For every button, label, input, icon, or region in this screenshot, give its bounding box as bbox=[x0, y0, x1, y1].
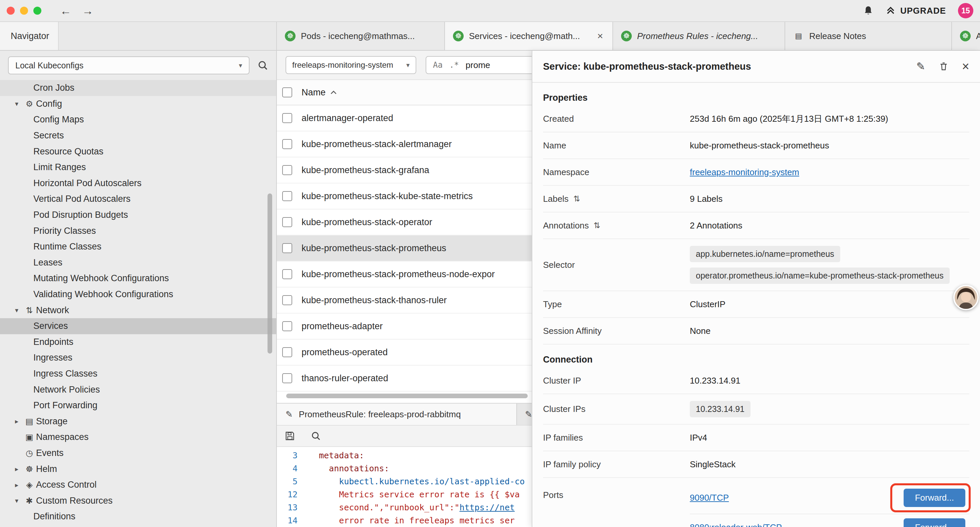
row-checkbox[interactable] bbox=[282, 165, 292, 175]
row-checkbox[interactable] bbox=[282, 113, 292, 123]
sidebar-item-config[interactable]: ▾ ⚙ Config bbox=[0, 96, 276, 112]
sidebar-scrollbar[interactable] bbox=[267, 193, 272, 353]
sidebar-item-resource-quotas[interactable]: Resource Quotas bbox=[0, 143, 276, 159]
namespace-link[interactable]: freeleaps-monitoring-system bbox=[690, 167, 799, 177]
editor-search-icon[interactable] bbox=[311, 431, 321, 441]
user-avatar[interactable] bbox=[953, 285, 978, 310]
row-checkbox[interactable] bbox=[282, 347, 292, 357]
sidebar-item-cron-jobs[interactable]: Cron Jobs bbox=[0, 80, 276, 96]
sidebar-item-port-forwarding[interactable]: Port Forwarding bbox=[0, 398, 276, 414]
tab-label: Argo S bbox=[976, 31, 980, 41]
row-checkbox[interactable] bbox=[282, 373, 292, 383]
sidebar-item-runtime-classes[interactable]: Runtime Classes bbox=[0, 239, 276, 255]
sidebar-item-helm[interactable]: ▸ ☸ Helm bbox=[0, 461, 276, 477]
sidebar-item-access-control[interactable]: ▸ ◈ Access Control bbox=[0, 477, 276, 493]
sidebar-item-label: Storage bbox=[36, 416, 68, 427]
row-checkbox[interactable] bbox=[282, 191, 292, 201]
sidebar-item-endpoints[interactable]: Endpoints bbox=[0, 334, 276, 350]
document-icon: ▤ bbox=[793, 31, 804, 41]
delete-trash-icon[interactable] bbox=[939, 61, 949, 72]
chevron-icon: ▾ bbox=[11, 497, 23, 505]
sidebar-item-vertical-pod-autoscalers[interactable]: Vertical Pod Autoscalers bbox=[0, 191, 276, 207]
sidebar-item-label: Events bbox=[36, 448, 64, 458]
close-tab-icon[interactable]: × bbox=[596, 30, 605, 42]
sidebar-item-label: Helm bbox=[36, 464, 57, 474]
regex-toggle[interactable]: .* bbox=[449, 61, 459, 70]
tab-prometheus-rules-icecheng[interactable]: ☸ Prometheus Rules - icecheng... × bbox=[613, 22, 785, 50]
bell-icon[interactable] bbox=[863, 5, 873, 16]
minimize-window-button[interactable] bbox=[20, 7, 28, 15]
chevron-icon: ▸ bbox=[11, 417, 23, 425]
sidebar-item-secrets[interactable]: Secrets bbox=[0, 128, 276, 144]
expand-toggle-icon[interactable]: ⇅ bbox=[593, 221, 600, 230]
edit-pencil-icon: ✎ bbox=[286, 409, 293, 420]
upgrade-button[interactable]: UPGRADE bbox=[886, 6, 946, 16]
tab-release-notes[interactable]: ▤ Release Notes × bbox=[785, 22, 952, 50]
tab-services-icecheng-math[interactable]: ☸ Services - icecheng@math... × bbox=[445, 22, 613, 50]
expand-toggle-icon[interactable]: ⇅ bbox=[573, 194, 580, 204]
sidebar-item-priority-classes[interactable]: Priority Classes bbox=[0, 223, 276, 239]
property-label: IP families bbox=[543, 433, 690, 443]
port-link[interactable]: 8080:reloader-web/TCP bbox=[690, 522, 782, 527]
sidebar-item-mutating-webhook-configurations[interactable]: Mutating Webhook Configurations bbox=[0, 271, 276, 287]
maximize-window-button[interactable] bbox=[33, 7, 41, 15]
select-all-checkbox[interactable] bbox=[282, 88, 292, 97]
name-column-header[interactable]: Name bbox=[302, 88, 337, 98]
property-row-session-affinity: Session Affinity None bbox=[543, 318, 969, 345]
port-forward-button[interactable]: Forward... bbox=[904, 518, 965, 527]
property-row-type: Type ClusterIP bbox=[543, 291, 969, 318]
kubernetes-icon: ☸ bbox=[960, 31, 970, 41]
service-name: prometheus-adapter bbox=[302, 321, 383, 331]
back-button[interactable]: ← bbox=[60, 4, 72, 18]
sidebar-item-label: Horizontal Pod Autoscalers bbox=[33, 178, 142, 188]
close-panel-icon[interactable]: × bbox=[962, 59, 969, 74]
row-checkbox[interactable] bbox=[282, 295, 292, 305]
row-checkbox[interactable] bbox=[282, 321, 292, 331]
sidebar-item-label: Ingress Classes bbox=[33, 369, 97, 379]
navigator-tab[interactable]: Navigator bbox=[0, 22, 59, 50]
sidebar-item-definitions[interactable]: Definitions bbox=[0, 509, 276, 525]
sidebar-item-config-maps[interactable]: Config Maps bbox=[0, 112, 276, 128]
notification-count-badge[interactable]: 15 bbox=[958, 3, 973, 18]
code-text: kubectl.kubernetes.io/last-applied-co bbox=[319, 477, 525, 486]
horizontal-scrollbar[interactable] bbox=[286, 393, 528, 398]
dock-tab-prometheusrule[interactable]: ✎ PrometheusRule: freeleaps-prod-rabbitm… bbox=[277, 404, 517, 425]
sidebar-item-label: Mutating Webhook Configurations bbox=[33, 273, 169, 283]
sidebar-item-limit-ranges[interactable]: Limit Ranges bbox=[0, 159, 276, 175]
sidebar-item-ingress-classes[interactable]: Ingress Classes bbox=[0, 366, 276, 382]
sidebar-item-network[interactable]: ▾ ⇅ Network bbox=[0, 302, 276, 318]
row-checkbox[interactable] bbox=[282, 269, 292, 279]
sidebar-item-validating-webhook-configurations[interactable]: Validating Webhook Configurations bbox=[0, 287, 276, 303]
sidebar-item-custom-resources[interactable]: ▾ ✱ Custom Resources bbox=[0, 493, 276, 509]
sidebar-item-namespaces[interactable]: ▣ Namespaces bbox=[0, 429, 276, 445]
property-label: Selector bbox=[543, 260, 690, 270]
namespace-select[interactable]: freeleaps-monitoring-system ▾ bbox=[286, 56, 416, 74]
edit-pencil-icon[interactable]: ✎ bbox=[916, 60, 925, 73]
sidebar-item-storage[interactable]: ▸ ▤ Storage bbox=[0, 413, 276, 429]
save-icon[interactable] bbox=[285, 431, 295, 441]
sidebar-item-label: Port Forwarding bbox=[33, 400, 97, 411]
sidebar-item-ingresses[interactable]: Ingresses bbox=[0, 350, 276, 366]
tab-pods-icecheng-mathmas[interactable]: ☸ Pods - icecheng@mathmas... × bbox=[277, 22, 445, 50]
property-label: Type bbox=[543, 299, 690, 309]
tab-argo-s[interactable]: ☸ Argo S × bbox=[952, 22, 980, 50]
sidebar-item-pod-disruption-budgets[interactable]: Pod Disruption Budgets bbox=[0, 207, 276, 223]
kubeconfig-select[interactable]: Local Kubeconfigs ▾ bbox=[8, 56, 250, 74]
sidebar-item-horizontal-pod-autoscalers[interactable]: Horizontal Pod Autoscalers bbox=[0, 175, 276, 191]
sidebar-item-leases[interactable]: Leases bbox=[0, 255, 276, 271]
property-value: 253d 16h 6m ago (2025年1月13日 GMT+8 1:25:3… bbox=[690, 113, 969, 125]
close-window-button[interactable] bbox=[7, 7, 15, 15]
sidebar-search-icon[interactable] bbox=[258, 60, 268, 71]
match-case-toggle[interactable]: Aa bbox=[433, 61, 442, 70]
row-checkbox[interactable] bbox=[282, 217, 292, 227]
forward-button[interactable]: → bbox=[82, 4, 94, 18]
port-forward-button[interactable]: Forward... bbox=[904, 489, 965, 507]
sidebar-item-network-policies[interactable]: Network Policies bbox=[0, 382, 276, 398]
sidebar-item-services[interactable]: Services bbox=[0, 318, 276, 334]
sort-ascending-icon bbox=[330, 90, 337, 95]
port-link[interactable]: 9090/TCP bbox=[690, 493, 729, 503]
row-checkbox[interactable] bbox=[282, 139, 292, 149]
row-checkbox[interactable] bbox=[282, 243, 292, 253]
sidebar-item-events[interactable]: ◷ Events bbox=[0, 445, 276, 461]
cluster-ip-badge: 10.233.14.91 bbox=[690, 401, 751, 417]
